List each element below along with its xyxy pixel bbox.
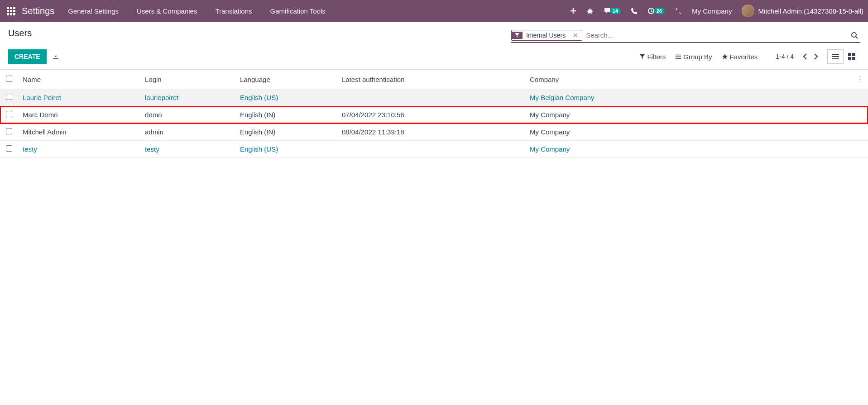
pager-text[interactable]: 1-4 / 4 — [776, 53, 794, 60]
tools-icon[interactable] — [675, 7, 682, 14]
svg-rect-6 — [852, 57, 855, 60]
cell-name: testy — [18, 141, 140, 158]
cell-latest-auth — [337, 141, 525, 158]
cell-name: Mitchell Admin — [18, 124, 140, 141]
activities-icon[interactable]: 26 — [647, 7, 665, 14]
facet-label: Internal Users — [523, 30, 569, 40]
company-selector[interactable]: My Company — [692, 7, 732, 15]
navbar-right: 14 26 My Company Mitchell Admin (1432730… — [570, 5, 863, 17]
pager-prev-icon[interactable] — [803, 53, 807, 60]
cell-company: My Belgian Company — [525, 89, 852, 106]
filters-label: Filters — [647, 53, 666, 61]
menu-general-settings[interactable]: General Settings — [68, 7, 119, 15]
table-row[interactable]: Marc Demo demo English (IN) 07/04/2022 2… — [0, 106, 868, 124]
filters-button[interactable]: Filters — [640, 53, 666, 61]
svg-rect-3 — [848, 53, 851, 56]
navbar-menu: General Settings Users & Companies Trans… — [68, 7, 326, 15]
header-name[interactable]: Name — [18, 70, 140, 89]
pager-next-icon[interactable] — [814, 53, 818, 60]
kanban-view-button[interactable] — [844, 49, 860, 64]
import-icon[interactable] — [52, 53, 59, 60]
header-login[interactable]: Login — [140, 70, 235, 89]
cell-latest-auth: 07/04/2022 23:10:56 — [337, 106, 525, 124]
list-view-button[interactable] — [827, 49, 844, 64]
app-title[interactable]: Settings — [22, 6, 54, 16]
search-icon[interactable] — [849, 32, 860, 39]
table-row[interactable]: testy testy English (US) My Company — [0, 141, 868, 158]
user-menu[interactable]: Mitchell Admin (14327308-15-0-all) — [742, 5, 863, 17]
cell-language: English (US) — [235, 141, 337, 158]
messaging-badge: 14 — [610, 8, 621, 14]
users-table: Name Login Language Latest authenticatio… — [0, 70, 868, 158]
cell-company: My Company — [525, 106, 852, 124]
column-options-icon[interactable]: ⋮ — [857, 75, 863, 83]
facet-remove-icon[interactable]: ✕ — [569, 30, 582, 40]
search-input[interactable] — [582, 29, 849, 41]
cell-login: lauriepoiret — [140, 89, 235, 106]
menu-translations[interactable]: Translations — [215, 7, 252, 15]
row-checkbox[interactable] — [6, 145, 12, 152]
navbar-left: Settings General Settings Users & Compan… — [5, 5, 326, 17]
activities-badge: 26 — [654, 8, 665, 14]
cell-language: English (IN) — [235, 124, 337, 141]
cell-company: My Company — [525, 141, 852, 158]
apps-icon[interactable] — [5, 5, 17, 17]
avatar — [742, 5, 754, 17]
select-all-checkbox[interactable] — [6, 76, 12, 82]
cell-language: English (IN) — [235, 106, 337, 124]
row-checkbox[interactable] — [6, 94, 12, 100]
row-checkbox[interactable] — [6, 111, 12, 117]
pager-section: 1-4 / 4 — [776, 49, 860, 64]
cell-latest-auth: 08/04/2022 11:39:18 — [337, 124, 525, 141]
table-row[interactable]: Laurie Poiret lauriepoiret English (US) … — [0, 89, 868, 106]
row-checkbox[interactable] — [6, 128, 12, 134]
navbar: Settings General Settings Users & Compan… — [0, 0, 868, 22]
view-switcher — [827, 49, 860, 64]
cell-name: Laurie Poiret — [18, 89, 140, 106]
cell-language: English (US) — [235, 89, 337, 106]
table-row[interactable]: Mitchell Admin admin English (IN) 08/04/… — [0, 124, 868, 141]
messaging-icon[interactable]: 14 — [604, 7, 621, 14]
new-icon[interactable] — [570, 8, 576, 14]
create-button[interactable]: CREATE — [8, 49, 47, 64]
search-box: Internal Users ✕ — [511, 28, 860, 43]
header-language[interactable]: Language — [235, 70, 337, 89]
cell-company: My Company — [525, 124, 852, 141]
search-facet: Internal Users ✕ — [511, 30, 582, 41]
groupby-button[interactable]: Group By — [676, 53, 712, 61]
cell-login: demo — [140, 106, 235, 124]
header-company[interactable]: Company — [525, 70, 852, 89]
favorites-label: Favorites — [730, 53, 758, 61]
page-title: Users — [8, 28, 32, 38]
menu-users-companies[interactable]: Users & Companies — [137, 7, 197, 15]
filter-icon — [512, 32, 523, 39]
bug-icon[interactable] — [586, 7, 594, 14]
control-panel: Users Internal Users ✕ CREATE — [0, 22, 868, 70]
cell-latest-auth — [337, 89, 525, 106]
menu-gamification-tools[interactable]: Gamification Tools — [270, 7, 326, 15]
favorites-button[interactable]: Favorites — [722, 53, 758, 61]
user-name: Mitchell Admin (14327308-15-0-all) — [758, 7, 863, 15]
cell-name: Marc Demo — [18, 106, 140, 124]
cell-login: testy — [140, 141, 235, 158]
svg-point-2 — [852, 33, 856, 37]
svg-rect-5 — [848, 57, 851, 60]
search-options: Filters Group By Favorites — [640, 53, 758, 61]
phone-icon[interactable] — [631, 8, 638, 14]
header-latest-auth[interactable]: Latest authentication — [337, 70, 525, 89]
groupby-label: Group By — [683, 53, 712, 61]
cell-login: admin — [140, 124, 235, 141]
svg-rect-4 — [852, 53, 855, 56]
list-view: Name Login Language Latest authenticatio… — [0, 70, 868, 158]
